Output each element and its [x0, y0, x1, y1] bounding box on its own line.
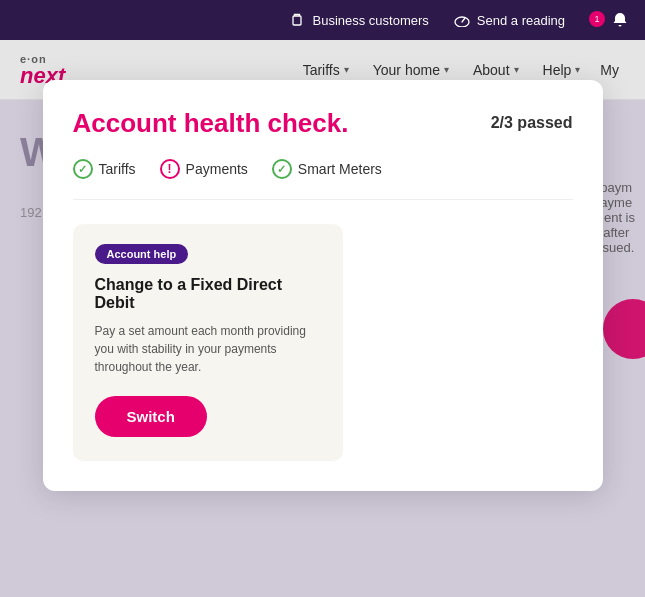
account-help-card: Account help Change to a Fixed Direct De…: [73, 224, 343, 461]
health-check-modal: Account health check. 2/3 passed ✓ Tarif…: [43, 80, 603, 491]
card-title: Change to a Fixed Direct Debit: [95, 276, 321, 312]
check-tariffs: ✓ Tariffs: [73, 159, 136, 179]
meter-icon: [453, 11, 471, 29]
tariffs-check-label: Tariffs: [99, 161, 136, 177]
modal-header: Account health check. 2/3 passed: [73, 108, 573, 139]
bell-icon: [611, 11, 629, 29]
send-reading-link[interactable]: Send a reading: [453, 11, 565, 29]
check-payments: ! Payments: [160, 159, 248, 179]
modal-overlay: Account health check. 2/3 passed ✓ Tarif…: [0, 40, 645, 597]
card-description: Pay a set amount each month providing yo…: [95, 322, 321, 376]
card-badge: Account help: [95, 244, 189, 264]
business-customers-link[interactable]: Business customers: [288, 11, 428, 29]
top-bar: Business customers Send a reading 1: [0, 0, 645, 40]
modal-checks: ✓ Tariffs ! Payments ✓ Smart Meters: [73, 159, 573, 200]
briefcase-icon: [288, 11, 306, 29]
smart-meters-pass-icon: ✓: [272, 159, 292, 179]
check-smart-meters: ✓ Smart Meters: [272, 159, 382, 179]
notification-badge: 1: [589, 11, 605, 27]
payments-warn-icon: !: [160, 159, 180, 179]
smart-meters-check-label: Smart Meters: [298, 161, 382, 177]
modal-title: Account health check.: [73, 108, 349, 139]
notifications-link[interactable]: 1: [589, 11, 629, 29]
send-reading-label: Send a reading: [477, 13, 565, 28]
modal-passed: 2/3 passed: [491, 114, 573, 132]
payments-check-label: Payments: [186, 161, 248, 177]
business-customers-label: Business customers: [312, 13, 428, 28]
switch-button[interactable]: Switch: [95, 396, 207, 437]
svg-rect-0: [293, 16, 301, 25]
tariffs-pass-icon: ✓: [73, 159, 93, 179]
